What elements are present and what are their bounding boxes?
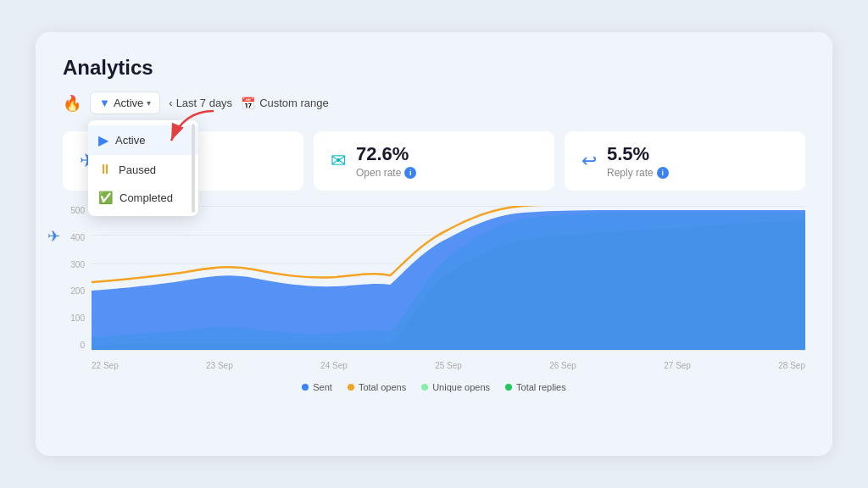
legend-total-replies-dot: [505, 384, 512, 391]
legend-total-replies-label: Total replies: [516, 382, 566, 392]
email-icon: ✉: [331, 150, 346, 172]
legend-sent-label: Sent: [313, 382, 332, 392]
open-rate-value: 72.6%: [356, 143, 416, 165]
legend-total-opens-label: Total opens: [359, 382, 406, 392]
dropdown-completed-label: Completed: [120, 191, 173, 204]
x-label-23sep: 23 Sep: [206, 361, 233, 370]
dropdown-item-active[interactable]: ▶ Active: [88, 125, 198, 155]
legend-unique-opens-label: Unique opens: [432, 382, 490, 392]
chart-x-axis: 22 Sep 23 Sep 24 Sep 25 Sep 26 Sep 27 Se…: [92, 355, 805, 375]
sidebar-send-icon: ✈: [47, 227, 60, 246]
period-label: Last 7 days: [176, 97, 233, 109]
chevron-left-icon: ‹: [169, 97, 172, 109]
chart-svg-wrap: [92, 206, 805, 350]
grid-line-0: [92, 350, 805, 351]
calendar-icon: 📅: [241, 97, 255, 110]
reply-rate-info-icon: i: [657, 167, 669, 179]
legend-total-opens-dot: [348, 384, 354, 391]
y-label-500: 500: [63, 206, 85, 215]
y-label-400: 400: [63, 233, 85, 242]
period-button[interactable]: ‹ Last 7 days: [169, 97, 232, 109]
open-rate-values: 72.6% Open rate i: [356, 143, 416, 179]
toolbar: 🔥 ▼ Active ▾ ▶ Active ⏸ Paused ✅ Complet…: [63, 92, 805, 114]
y-label-200: 200: [63, 286, 85, 296]
paused-icon: ⏸: [98, 162, 112, 177]
y-label-0: 0: [63, 341, 85, 350]
active-icon: ▶: [98, 132, 108, 148]
open-rate-info-icon: i: [404, 167, 416, 179]
dropdown-item-paused[interactable]: ⏸ Paused: [88, 155, 198, 184]
legend-unique-opens: Unique opens: [421, 382, 490, 392]
filter-button[interactable]: ▼ Active ▾: [90, 92, 160, 114]
x-label-22sep: 22 Sep: [92, 361, 119, 370]
y-label-300: 300: [63, 260, 85, 269]
chevron-down-icon: ▾: [147, 98, 151, 108]
custom-range-label: Custom range: [259, 97, 329, 109]
chart-svg: [92, 206, 805, 350]
filter-label: Active: [114, 97, 143, 109]
chart-area: 500 400 300 200 100 0: [63, 206, 805, 375]
x-label-27sep: 27 Sep: [664, 361, 691, 370]
analytics-card: Analytics 🔥 ▼ Active ▾ ▶ Active ⏸ Paused…: [36, 32, 832, 456]
dropdown-active-label: Active: [115, 134, 145, 147]
reply-rate-label: Reply rate i: [607, 167, 669, 179]
y-label-100: 100: [63, 313, 85, 323]
dropdown-item-completed[interactable]: ✅ Completed: [88, 184, 198, 211]
open-rate-label: Open rate i: [356, 167, 416, 179]
legend-sent: Sent: [302, 382, 332, 392]
chart-sent-area: [92, 210, 805, 350]
reply-rate-value: 5.5%: [607, 143, 669, 165]
filter-icon: ▼: [99, 97, 110, 109]
legend-sent-dot: [302, 384, 309, 391]
x-label-28sep: 28 Sep: [778, 361, 805, 370]
legend-total-replies: Total replies: [505, 382, 566, 392]
reply-rate-values: 5.5% Reply rate i: [607, 143, 669, 179]
metric-reply-rate: ↩ 5.5% Reply rate i: [565, 131, 805, 191]
custom-range-button[interactable]: 📅 Custom range: [241, 97, 329, 110]
fire-icon: 🔥: [63, 94, 81, 113]
chart-y-axis: 500 400 300 200 100 0: [63, 206, 88, 350]
chart-legend: Sent Total opens Unique opens Total repl…: [63, 382, 805, 392]
x-label-24sep: 24 Sep: [320, 361, 348, 370]
x-label-26sep: 26 Sep: [549, 361, 576, 370]
page-title: Analytics: [63, 56, 805, 80]
x-label-25sep: 25 Sep: [435, 361, 462, 370]
legend-unique-opens-dot: [421, 384, 428, 391]
reply-icon: ↩: [581, 150, 597, 172]
dropdown-paused-label: Paused: [119, 164, 156, 176]
status-dropdown: ▶ Active ⏸ Paused ✅ Completed: [88, 120, 198, 216]
scrollbar: [192, 124, 195, 213]
metric-open-rate: ✉ 72.6% Open rate i: [314, 131, 554, 191]
legend-total-opens: Total opens: [348, 382, 406, 392]
completed-icon: ✅: [98, 191, 113, 204]
